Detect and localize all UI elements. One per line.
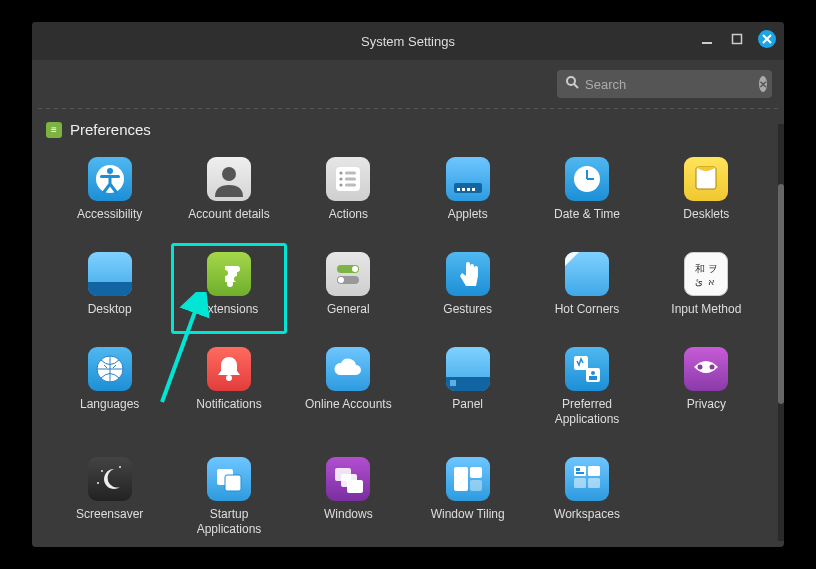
- item-label: Date & Time: [554, 207, 620, 222]
- item-input-method[interactable]: 和ヲئא Input Method: [649, 243, 764, 334]
- maximize-button[interactable]: [728, 30, 746, 48]
- gestures-icon: [446, 252, 490, 296]
- windows-icon: [326, 457, 370, 501]
- svg-rect-17: [462, 188, 465, 191]
- item-label: Panel: [452, 397, 483, 412]
- panel-icon: [446, 347, 490, 391]
- hot-corners-icon: [565, 252, 609, 296]
- svg-point-28: [338, 277, 344, 283]
- preferences-section: ≡ Preferences Accessibility Account deta…: [32, 109, 784, 547]
- item-preferred-applications[interactable]: Preferred Applications: [529, 338, 644, 444]
- general-icon: [326, 252, 370, 296]
- item-label: Extensions: [200, 302, 259, 317]
- search-icon: [565, 75, 579, 93]
- item-workspaces[interactable]: Workspaces: [529, 448, 644, 547]
- workspaces-icon: [565, 457, 609, 501]
- item-desklets[interactable]: Desklets: [649, 148, 764, 239]
- close-button[interactable]: [758, 30, 776, 48]
- item-label: Desktop: [88, 302, 132, 317]
- svg-rect-53: [470, 467, 482, 478]
- search-box[interactable]: ✕: [557, 70, 772, 98]
- item-online-accounts[interactable]: Online Accounts: [291, 338, 406, 444]
- item-hot-corners[interactable]: Hot Corners: [529, 243, 644, 334]
- svg-text:ヲ: ヲ: [708, 263, 718, 274]
- svg-point-40: [591, 371, 595, 375]
- item-label: Languages: [80, 397, 139, 412]
- settings-window: System Settings ✕ ≡ Preferences Accessib…: [32, 22, 784, 547]
- item-label: Window Tiling: [431, 507, 505, 522]
- svg-rect-52: [454, 467, 468, 491]
- input-method-icon: 和ヲئא: [684, 252, 728, 296]
- item-label: Account details: [188, 207, 269, 222]
- clear-search-icon[interactable]: ✕: [759, 76, 767, 92]
- titlebar: System Settings: [32, 22, 784, 60]
- section-title: Preferences: [70, 121, 151, 138]
- item-panel[interactable]: Panel: [410, 338, 525, 444]
- scrollbar[interactable]: [778, 124, 784, 541]
- svg-rect-58: [588, 478, 600, 488]
- svg-point-43: [710, 365, 715, 370]
- svg-point-7: [222, 167, 236, 181]
- svg-rect-54: [470, 480, 482, 491]
- clock-icon: [565, 157, 609, 201]
- svg-rect-24: [88, 282, 132, 296]
- item-desktop[interactable]: Desktop: [52, 243, 167, 334]
- item-label: Screensaver: [76, 507, 143, 522]
- preferred-apps-icon: [565, 347, 609, 391]
- svg-point-5: [107, 168, 113, 174]
- svg-rect-18: [467, 188, 470, 191]
- item-label: Notifications: [196, 397, 261, 412]
- item-general[interactable]: General: [291, 243, 406, 334]
- item-account-details[interactable]: Account details: [171, 148, 286, 239]
- item-label: Applets: [448, 207, 488, 222]
- item-screensaver[interactable]: Screensaver: [52, 448, 167, 547]
- privacy-icon: [684, 347, 728, 391]
- item-label: Online Accounts: [305, 397, 392, 412]
- item-extensions[interactable]: Extensions: [171, 243, 286, 334]
- account-icon: [207, 157, 251, 201]
- svg-rect-56: [588, 466, 600, 476]
- item-gestures[interactable]: Gestures: [410, 243, 525, 334]
- svg-rect-14: [345, 184, 356, 187]
- item-languages[interactable]: Languages: [52, 338, 167, 444]
- item-label: Desklets: [683, 207, 729, 222]
- search-input[interactable]: [585, 77, 753, 92]
- window-controls: [698, 30, 776, 48]
- svg-point-35: [226, 375, 232, 381]
- item-window-tiling[interactable]: Window Tiling: [410, 448, 525, 547]
- item-startup-applications[interactable]: Startup Applications: [171, 448, 286, 547]
- items-grid: Accessibility Account details Actions Ap…: [42, 148, 774, 547]
- item-label: Accessibility: [77, 207, 142, 222]
- accessibility-icon: [88, 157, 132, 201]
- applets-icon: [446, 157, 490, 201]
- languages-icon: [88, 347, 132, 391]
- actions-icon: [326, 157, 370, 201]
- minimize-button[interactable]: [698, 30, 716, 48]
- search-row: ✕: [32, 60, 784, 108]
- window-tiling-icon: [446, 457, 490, 501]
- svg-point-13: [340, 183, 343, 186]
- svg-text:和: 和: [695, 263, 705, 274]
- svg-point-2: [567, 77, 575, 85]
- item-applets[interactable]: Applets: [410, 148, 525, 239]
- svg-rect-59: [576, 468, 580, 471]
- svg-rect-16: [457, 188, 460, 191]
- item-notifications[interactable]: Notifications: [171, 338, 286, 444]
- item-actions[interactable]: Actions: [291, 148, 406, 239]
- item-label: General: [327, 302, 370, 317]
- item-accessibility[interactable]: Accessibility: [52, 148, 167, 239]
- svg-point-11: [340, 177, 343, 180]
- item-privacy[interactable]: Privacy: [649, 338, 764, 444]
- svg-point-26: [352, 266, 358, 272]
- item-windows[interactable]: Windows: [291, 448, 406, 547]
- svg-rect-37: [450, 380, 456, 386]
- window-title: System Settings: [361, 34, 455, 49]
- item-label: Gestures: [443, 302, 492, 317]
- svg-rect-57: [574, 478, 586, 488]
- svg-rect-51: [347, 480, 363, 493]
- notifications-icon: [207, 347, 251, 391]
- scrollbar-thumb[interactable]: [778, 184, 784, 404]
- svg-point-46: [97, 482, 99, 484]
- svg-text:א: א: [708, 276, 715, 287]
- item-date-time[interactable]: Date & Time: [529, 148, 644, 239]
